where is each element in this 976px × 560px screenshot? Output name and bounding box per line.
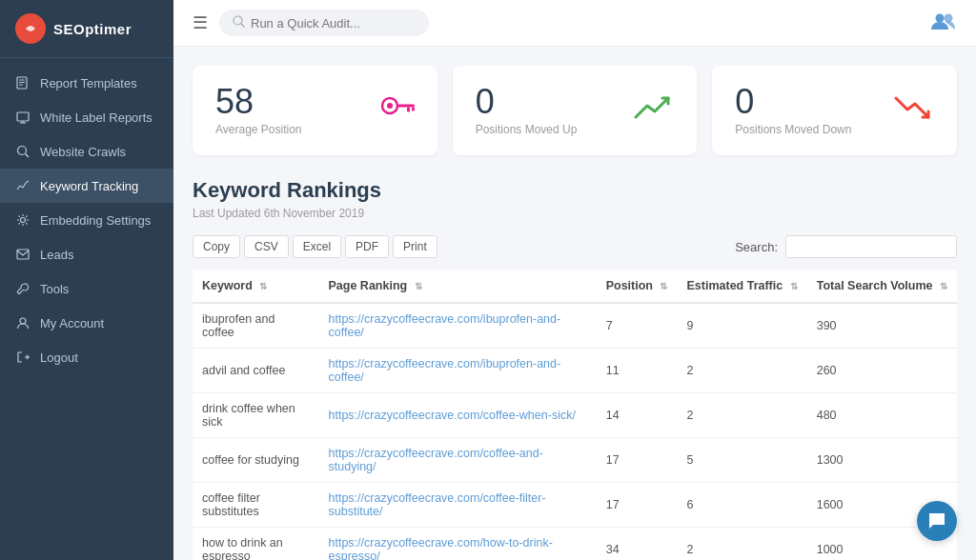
svg-point-18 <box>234 16 242 25</box>
cell-estimated-traffic: 9 <box>677 303 806 349</box>
print-button[interactable]: Print <box>393 235 437 258</box>
cell-page-ranking[interactable]: https://crazycoffeecrave.com/coffee-filt… <box>319 483 597 528</box>
search-icon <box>233 15 245 30</box>
sidebar-item-logout[interactable]: Logout <box>0 340 173 374</box>
col-header-total-search-volume[interactable]: Total Search Volume ⇅ <box>807 270 957 303</box>
menu-button[interactable]: ☰ <box>193 12 208 33</box>
logo-icon <box>15 13 46 44</box>
sidebar-item-logout-label: Logout <box>40 350 78 365</box>
svg-line-10 <box>17 186 20 190</box>
excel-button[interactable]: Excel <box>293 235 341 258</box>
svg-rect-26 <box>412 107 415 110</box>
my-account-icon <box>15 315 30 330</box>
cell-keyword: advil and coffee <box>193 349 319 393</box>
keyword-rankings-table: Keyword ⇅ Page Ranking ⇅ Position ⇅ Es <box>193 270 957 560</box>
cell-page-ranking[interactable]: https://crazycoffeecrave.com/how-to-drin… <box>319 528 597 561</box>
table-header: Keyword ⇅ Page Ranking ⇅ Position ⇅ Es <box>193 270 957 303</box>
sidebar-item-report-templates-label: Report Templates <box>40 76 137 90</box>
cell-page-ranking[interactable]: https://crazycoffeecrave.com/ibuprofen-a… <box>319 303 597 349</box>
cell-estimated-traffic: 6 <box>677 483 806 528</box>
col-header-position[interactable]: Position ⇅ <box>597 270 678 303</box>
cell-total-search-volume: 1300 <box>807 438 957 483</box>
svg-rect-15 <box>17 250 29 259</box>
cell-total-search-volume: 390 <box>807 303 957 349</box>
cell-position: 17 <box>597 438 678 483</box>
cell-position: 7 <box>597 303 678 349</box>
table-row: coffee for studying https://crazycoffeec… <box>193 438 957 483</box>
col-header-keyword[interactable]: Keyword ⇅ <box>193 270 319 303</box>
svg-line-12 <box>23 183 26 188</box>
table-buttons: Copy CSV Excel PDF Print <box>193 235 437 258</box>
stats-row: 58 Average Position 0 Posi <box>193 66 957 155</box>
tools-icon <box>15 281 30 296</box>
positions-up-label: Positions Moved Up <box>476 123 578 136</box>
sidebar-item-website-crawls[interactable]: Website Crawls <box>0 134 173 169</box>
users-icon[interactable] <box>930 11 957 35</box>
sidebar-item-keyword-tracking-label: Keyword Tracking <box>40 179 138 193</box>
sort-keyword-icon: ⇅ <box>259 281 267 291</box>
svg-point-14 <box>21 218 26 223</box>
table-row: coffee filter substitutes https://crazyc… <box>193 483 957 528</box>
pdf-button[interactable]: PDF <box>345 235 389 258</box>
stat-card-positions-down: 0 Positions Moved Down <box>712 66 957 155</box>
sort-total-search-volume-icon: ⇅ <box>940 281 947 291</box>
sidebar-navigation: Report Templates White Label Reports Web… <box>0 58 173 560</box>
table-controls: Copy CSV Excel PDF Print Search: <box>193 235 957 258</box>
cell-estimated-traffic: 2 <box>677 349 806 393</box>
positions-up-value: 0 <box>476 85 578 119</box>
cell-position: 34 <box>597 528 678 561</box>
sidebar-item-leads-label: Leads <box>40 248 73 262</box>
col-header-page-ranking[interactable]: Page Ranking ⇅ <box>319 270 597 303</box>
table-row: drink coffee when sick https://crazycoff… <box>193 393 957 438</box>
csv-button[interactable]: CSV <box>244 235 289 258</box>
search-bar[interactable] <box>219 10 429 36</box>
sort-page-ranking-icon: ⇅ <box>415 281 422 291</box>
cell-page-ranking[interactable]: https://crazycoffeecrave.com/coffee-and-… <box>319 438 597 483</box>
sidebar-item-report-templates[interactable]: Report Templates <box>0 66 173 100</box>
sidebar-item-tools-label: Tools <box>40 282 69 296</box>
sidebar-item-white-label-reports[interactable]: White Label Reports <box>0 100 173 134</box>
cell-page-ranking[interactable]: https://crazycoffeecrave.com/coffee-when… <box>319 393 597 438</box>
cell-total-search-volume: 480 <box>807 393 957 438</box>
cell-keyword: coffee for studying <box>193 438 319 483</box>
chat-bubble[interactable] <box>917 501 957 541</box>
table-row: ibuprofen and coffee https://crazycoffee… <box>193 303 957 349</box>
search-label: Search: <box>735 240 778 254</box>
key-icon <box>380 94 415 128</box>
cell-keyword: drink coffee when sick <box>193 393 319 438</box>
arrow-up-trend-icon <box>634 94 674 128</box>
sidebar-item-embedding-settings[interactable]: Embedding Settings <box>0 203 173 237</box>
sidebar-logo: SEOptimer <box>0 0 173 58</box>
cell-estimated-traffic: 2 <box>677 393 806 438</box>
keyword-rankings-title: Keyword Rankings <box>193 178 957 203</box>
sidebar-item-embedding-settings-label: Embedding Settings <box>40 213 151 228</box>
stat-card-left-down: 0 Positions Moved Down <box>735 85 851 136</box>
white-label-reports-icon <box>15 110 30 125</box>
last-updated: Last Updated 6th November 2019 <box>193 207 957 220</box>
avg-position-label: Average Position <box>215 123 302 136</box>
col-header-estimated-traffic[interactable]: Estimated Traffic ⇅ <box>677 270 806 303</box>
svg-line-9 <box>26 154 30 158</box>
header: ☰ <box>173 0 976 47</box>
embedding-settings-icon <box>15 212 30 228</box>
search-input[interactable] <box>251 16 403 30</box>
stat-card-left-up: 0 Positions Moved Up <box>476 85 578 136</box>
cell-total-search-volume: 260 <box>807 349 957 393</box>
sidebar-item-my-account[interactable]: My Account <box>0 306 173 340</box>
logo-text: SEOptimer <box>53 21 132 37</box>
svg-point-20 <box>936 13 945 22</box>
report-templates-icon <box>15 75 30 90</box>
avg-position-value: 58 <box>215 85 302 119</box>
sidebar-item-keyword-tracking[interactable]: Keyword Tracking <box>0 169 173 203</box>
table-body: ibuprofen and coffee https://crazycoffee… <box>193 303 957 560</box>
sidebar-item-leads[interactable]: Leads <box>0 237 173 271</box>
table-row: advil and coffee https://crazycoffeecrav… <box>193 349 957 393</box>
sidebar-item-tools[interactable]: Tools <box>0 271 173 306</box>
sidebar: SEOptimer Report Templates White Label R… <box>0 0 173 560</box>
copy-button[interactable]: Copy <box>193 235 240 258</box>
table-search-input[interactable] <box>785 235 957 258</box>
cell-keyword: coffee filter substitutes <box>193 483 319 528</box>
cell-keyword: ibuprofen and coffee <box>193 303 319 349</box>
cell-estimated-traffic: 2 <box>677 528 806 561</box>
cell-page-ranking[interactable]: https://crazycoffeecrave.com/ibuprofen-a… <box>319 349 597 393</box>
